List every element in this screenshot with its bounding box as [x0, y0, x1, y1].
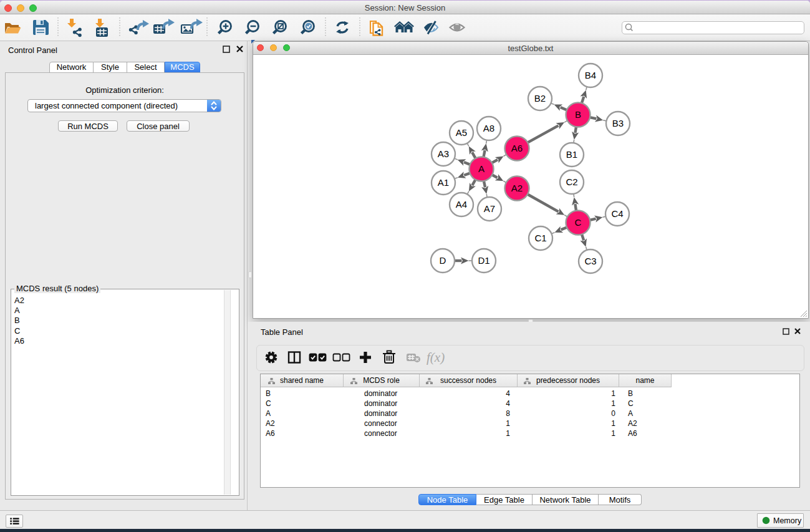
svg-text:A2: A2: [511, 183, 523, 193]
svg-text:B: B: [575, 109, 581, 120]
svg-text:A7: A7: [484, 203, 495, 214]
svg-text:B3: B3: [612, 118, 624, 128]
svg-text:Memory: Memory: [773, 516, 802, 525]
svg-text:C3: C3: [584, 256, 596, 266]
svg-text:C4: C4: [611, 208, 623, 219]
svg-text:D1: D1: [478, 255, 489, 266]
svg-text:A8: A8: [483, 123, 494, 133]
svg-text:B1: B1: [566, 149, 577, 160]
svg-text:C: C: [575, 217, 582, 228]
svg-text:A: A: [478, 163, 485, 174]
svg-text:A3: A3: [438, 148, 449, 159]
svg-text:A1: A1: [438, 177, 449, 188]
svg-text:A5: A5: [456, 127, 467, 138]
svg-text:A4: A4: [456, 199, 467, 210]
svg-text:A6: A6: [511, 143, 523, 153]
svg-text:f(x): f(x): [427, 350, 445, 365]
svg-text:D: D: [440, 255, 446, 266]
svg-text:C2: C2: [566, 177, 577, 187]
svg-text:B4: B4: [585, 70, 596, 80]
svg-text:C1: C1: [534, 233, 546, 243]
svg-text:B2: B2: [534, 93, 546, 104]
